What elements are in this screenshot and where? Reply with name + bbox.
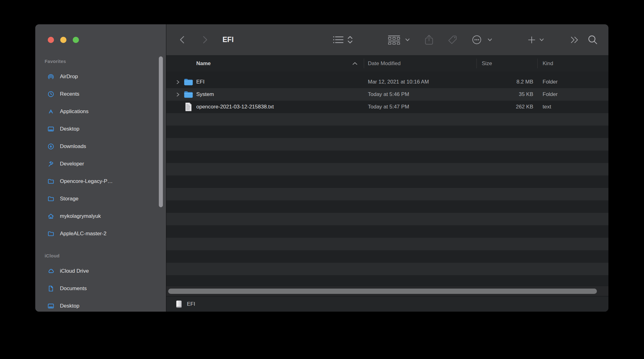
sidebar-scrollbar[interactable] <box>159 56 163 207</box>
search-button[interactable] <box>588 24 598 55</box>
row-stripe <box>166 250 608 263</box>
list-view-icon <box>333 36 344 44</box>
desktop-icon <box>47 125 55 133</box>
share-button[interactable] <box>424 24 434 55</box>
group-dropdown-chevron[interactable] <box>405 24 410 55</box>
row-stripe <box>166 113 608 126</box>
sidebar-item-label: Recents <box>60 91 79 97</box>
sidebar-item-icloud-drive[interactable]: iCloud Drive <box>35 262 166 280</box>
row-stripe <box>166 263 608 275</box>
column-divider[interactable] <box>364 59 364 68</box>
sidebar-item-applealc[interactable]: AppleALC-master-2 <box>35 225 166 242</box>
sidebar-item-label: Desktop <box>60 303 79 309</box>
disclosure-chevron-icon[interactable] <box>176 92 180 98</box>
file-name: EFI <box>196 76 204 88</box>
double-chevron-right-icon <box>570 36 579 44</box>
plus-icon <box>528 36 536 44</box>
sidebar-section-icloud: iCloud <box>45 253 60 258</box>
toolbar-overflow-button[interactable] <box>570 24 579 55</box>
column-header-size[interactable]: Size <box>482 55 492 72</box>
desktop-background: Favorites AirDrop Recents <box>0 0 644 359</box>
sidebar: Favorites AirDrop Recents <box>35 24 166 312</box>
group-by-icon <box>388 35 400 45</box>
row-stripe <box>166 275 608 286</box>
folder-icon <box>184 78 193 87</box>
view-mode-stepper[interactable] <box>347 24 353 55</box>
column-header-date-modified[interactable]: Date Modified <box>368 55 401 72</box>
list-header: Name Date Modified Size Kind <box>166 55 608 72</box>
main-pane: EFI <box>166 24 608 312</box>
tag-button[interactable] <box>447 24 458 55</box>
file-kind: Folder <box>543 76 558 88</box>
row-stripe <box>166 138 608 151</box>
chevron-down-icon <box>405 38 410 41</box>
column-divider[interactable] <box>537 59 538 68</box>
row-stripe <box>166 151 608 163</box>
chevron-down-icon <box>539 38 544 41</box>
sidebar-item-downloads[interactable]: Downloads <box>35 138 166 155</box>
close-button[interactable] <box>48 37 54 43</box>
airdrop-icon <box>47 73 55 80</box>
folder-icon <box>184 91 193 99</box>
icloud-list: iCloud Drive Documents Desktop <box>35 262 166 312</box>
file-name: System <box>196 88 214 101</box>
new-folder-chevron[interactable] <box>539 24 544 55</box>
sidebar-item-developer[interactable]: Developer <box>35 155 166 173</box>
disk-icon <box>176 300 182 309</box>
file-kind: text <box>543 101 551 113</box>
sort-ascending-icon <box>352 55 358 72</box>
desktop-icon <box>47 302 55 310</box>
sidebar-item-recents[interactable]: Recents <box>35 85 166 103</box>
chevron-right-icon <box>202 36 208 44</box>
file-size: 8.2 MB <box>482 76 533 88</box>
sidebar-item-desktop[interactable]: Desktop <box>35 120 166 138</box>
file-size: 262 KB <box>482 101 533 113</box>
zoom-button[interactable] <box>73 37 79 43</box>
file-date: Today at 5:46 PM <box>368 88 409 101</box>
sidebar-item-documents[interactable]: Documents <box>35 280 166 297</box>
sidebar-item-label: Developer <box>60 161 84 167</box>
forward-button[interactable] <box>202 24 208 55</box>
sidebar-item-applications[interactable]: Applications <box>35 103 166 120</box>
sidebar-item-storage[interactable]: Storage <box>35 190 166 208</box>
folder-icon <box>47 195 55 203</box>
favorites-list: AirDrop Recents Applications <box>35 68 166 242</box>
chevron-left-icon <box>179 36 185 44</box>
file-size: 35 KB <box>482 88 533 101</box>
horizontal-scrollbar-track[interactable] <box>166 286 608 296</box>
sidebar-item-home[interactable]: mykolagrymalyuk <box>35 208 166 225</box>
more-actions-button[interactable] <box>472 24 484 55</box>
sidebar-item-desktop-icloud[interactable]: Desktop <box>35 297 166 312</box>
file-row-opencore-txt[interactable]: opencore-2021-03-12-215838.txt Today at … <box>166 101 608 113</box>
search-icon <box>588 35 598 45</box>
file-row-system[interactable]: System Today at 5:46 PM 35 KB Folder <box>166 88 608 101</box>
row-stripe <box>166 225 608 238</box>
back-button[interactable] <box>179 24 185 55</box>
new-folder-button[interactable] <box>528 24 536 55</box>
hammer-icon <box>47 160 55 168</box>
row-stripe <box>166 175 608 188</box>
folder-icon <box>47 230 55 237</box>
sidebar-item-opencore-legacy[interactable]: Opencore-Legacy-P… <box>35 173 166 190</box>
window-controls <box>48 37 79 43</box>
column-header-kind[interactable]: Kind <box>543 55 553 72</box>
home-icon <box>47 213 55 220</box>
sidebar-item-airdrop[interactable]: AirDrop <box>35 68 166 85</box>
file-row-efi[interactable]: EFI Mar 12, 2021 at 10:16 AM 8.2 MB Fold… <box>166 76 608 88</box>
sidebar-item-label: AppleALC-master-2 <box>60 231 106 237</box>
sidebar-item-label: Applications <box>60 108 89 115</box>
disclosure-chevron-icon[interactable] <box>176 80 180 86</box>
more-actions-chevron[interactable] <box>488 24 492 55</box>
column-divider[interactable] <box>476 59 477 68</box>
view-mode-button[interactable] <box>333 24 344 55</box>
row-stripe <box>166 188 608 200</box>
chevron-up-down-icon <box>347 36 353 44</box>
group-button[interactable] <box>388 24 400 55</box>
status-location: EFI <box>187 296 195 312</box>
share-icon <box>424 35 434 45</box>
minimize-button[interactable] <box>60 37 66 43</box>
ellipsis-circle-icon <box>472 35 484 45</box>
horizontal-scrollbar-thumb[interactable] <box>168 289 597 294</box>
row-stripe <box>166 163 608 175</box>
column-header-name[interactable]: Name <box>196 55 211 72</box>
